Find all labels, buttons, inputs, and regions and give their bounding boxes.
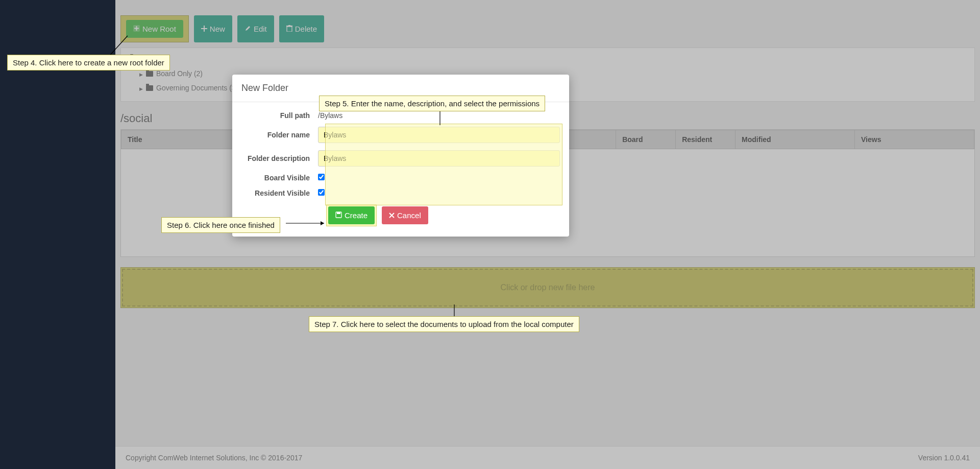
- copyright: Copyright ComWeb Internet Solutions, Inc…: [126, 454, 302, 462]
- col-board[interactable]: Board: [616, 130, 676, 149]
- folders-root[interactable]: Folders: [130, 54, 965, 62]
- folder-desc-input[interactable]: [318, 150, 560, 167]
- label-board-visible: Board Visible: [241, 174, 318, 182]
- callout-step6: Step 6. Click here once finished: [161, 217, 280, 233]
- edit-button[interactable]: Edit: [237, 15, 274, 42]
- full-path-value: /Bylaws: [318, 111, 560, 120]
- plus-icon: [133, 25, 140, 33]
- svg-rect-2: [134, 28, 139, 29]
- cancel-button[interactable]: Cancel: [382, 206, 428, 224]
- close-icon: [389, 211, 395, 220]
- plus-icon: [201, 25, 207, 33]
- col-modified[interactable]: Modified: [736, 130, 855, 149]
- folder-icon: [146, 85, 153, 91]
- new-root-button[interactable]: New Root: [126, 20, 183, 38]
- trash-icon: [286, 25, 292, 33]
- svg-rect-7: [288, 25, 290, 26]
- callout-step4: Step 4. Click here to create a new root …: [7, 55, 170, 71]
- new-root-label: New Root: [142, 25, 176, 33]
- pencil-icon: [244, 25, 251, 33]
- caret-icon: [139, 84, 143, 92]
- save-icon: [335, 211, 342, 220]
- new-button[interactable]: New: [194, 15, 232, 42]
- folder-icon: [146, 71, 153, 77]
- label-resident-visible: Resident Visible: [241, 189, 318, 197]
- callout-step7: Step 7. Click here to select the documen…: [309, 316, 579, 332]
- toolbar: New Root New Edit Delete: [115, 0, 980, 48]
- label-folder-name: Folder name: [241, 131, 318, 139]
- footer: Copyright ComWeb Internet Solutions, Inc…: [115, 446, 980, 469]
- label-folder-desc: Folder description: [241, 154, 318, 162]
- dropzone-highlight: Click or drop new file here: [120, 267, 975, 308]
- svg-rect-9: [337, 212, 340, 214]
- callout-step5: Step 5. Enter the name, description, and…: [319, 96, 545, 111]
- create-button[interactable]: Create: [328, 206, 375, 224]
- folder-name-input[interactable]: [318, 127, 560, 143]
- svg-rect-5: [287, 27, 292, 32]
- caret-icon: [139, 69, 143, 78]
- col-resident[interactable]: Resident: [676, 130, 736, 149]
- col-views[interactable]: Views: [855, 130, 974, 149]
- board-visible-checkbox[interactable]: [318, 174, 325, 180]
- delete-button[interactable]: Delete: [279, 15, 324, 42]
- file-dropzone[interactable]: Click or drop new file here: [122, 269, 973, 307]
- resident-visible-checkbox[interactable]: [318, 189, 325, 196]
- svg-rect-4: [201, 28, 207, 29]
- label-full-path: Full path: [241, 111, 318, 120]
- version: Version 1.0.0.41: [918, 454, 970, 462]
